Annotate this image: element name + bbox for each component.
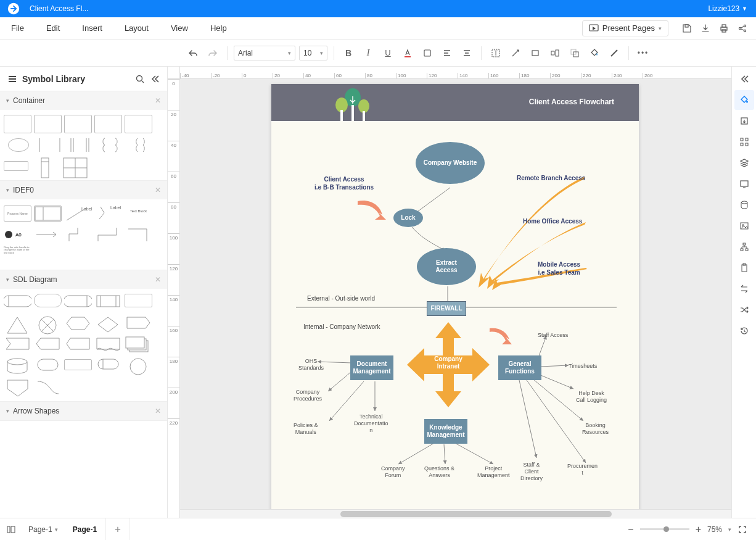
bold-button[interactable]: B xyxy=(340,45,356,61)
shape-item[interactable] xyxy=(36,136,64,154)
shape-item[interactable] xyxy=(125,336,152,354)
shuffle-icon[interactable] xyxy=(734,300,754,320)
share-icon[interactable] xyxy=(738,23,747,33)
section-header-arrow[interactable]: ▾Arrow Shapes✕ xyxy=(0,402,167,420)
close-icon[interactable]: ✕ xyxy=(155,186,161,194)
shape-item[interactable] xyxy=(8,138,29,152)
font-color-button[interactable] xyxy=(400,45,416,61)
horizontal-scrollbar[interactable] xyxy=(180,509,731,518)
group-button[interactable] xyxy=(567,45,583,61)
shape-item[interactable] xyxy=(66,136,94,154)
user-menu[interactable]: Lizzie123 ▼ xyxy=(699,4,756,13)
shape-item[interactable] xyxy=(126,136,154,154)
shape-item[interactable] xyxy=(4,161,28,171)
clipboard-icon[interactable] xyxy=(734,258,754,278)
shape-item[interactable] xyxy=(125,294,152,307)
outline-button[interactable] xyxy=(0,525,22,534)
shape-item[interactable] xyxy=(61,157,89,175)
shape-item[interactable] xyxy=(64,336,92,354)
connector-button[interactable] xyxy=(507,45,524,61)
italic-button[interactable]: I xyxy=(360,45,376,61)
line-button[interactable] xyxy=(606,45,622,61)
zoom-slider[interactable] xyxy=(640,528,689,530)
menu-insert[interactable]: Insert xyxy=(71,17,113,39)
database-icon[interactable] xyxy=(734,195,754,215)
print-icon[interactable] xyxy=(719,23,729,33)
close-icon[interactable]: ✕ xyxy=(155,275,161,284)
style-fill-icon[interactable] xyxy=(734,90,754,110)
shape-item[interactable] xyxy=(34,115,62,133)
export-icon[interactable] xyxy=(734,111,754,131)
font-family-dropdown[interactable]: Arial▾ xyxy=(234,46,295,60)
sitemap-icon[interactable] xyxy=(734,237,754,257)
shape-item[interactable] xyxy=(34,357,62,375)
section-header-sdl[interactable]: ▾SDL Diagram✕ xyxy=(0,270,167,289)
node-document-management[interactable]: Document Management xyxy=(350,355,393,380)
menu-help[interactable]: Help xyxy=(199,17,238,39)
shape-item[interactable]: Text Block xyxy=(125,204,152,223)
node-firewall[interactable]: FIREWALL xyxy=(427,301,466,316)
page-tab-1[interactable]: Page-1 xyxy=(64,518,106,541)
shape-item[interactable] xyxy=(64,315,92,333)
redo-button[interactable] xyxy=(205,45,221,61)
shape-item[interactable] xyxy=(34,225,62,244)
shape-item[interactable] xyxy=(34,336,62,354)
highlight-button[interactable] xyxy=(419,45,435,61)
zoom-out-button[interactable]: − xyxy=(628,524,633,535)
more-button[interactable]: ••• xyxy=(635,45,651,61)
fullscreen-icon[interactable] xyxy=(738,525,747,534)
shape-item[interactable] xyxy=(125,115,152,133)
save-icon[interactable] xyxy=(682,23,692,33)
node-knowledge-management[interactable]: Knowledge Management xyxy=(424,419,467,444)
shape-item[interactable] xyxy=(64,359,92,370)
font-size-dropdown[interactable]: 10▾ xyxy=(299,46,327,60)
section-header-container[interactable]: ▾Container✕ xyxy=(0,91,167,110)
shape-item[interactable] xyxy=(94,225,122,244)
close-icon[interactable]: ✕ xyxy=(155,407,161,415)
shape-item[interactable] xyxy=(94,336,122,354)
shape-item[interactable] xyxy=(34,206,62,222)
shape-item[interactable] xyxy=(4,336,31,354)
page-selector[interactable]: Page-1▾ xyxy=(22,525,64,534)
shape-item[interactable] xyxy=(31,157,59,175)
layers-icon[interactable] xyxy=(734,153,754,173)
shape-item[interactable]: Process Name xyxy=(4,206,31,222)
menu-view[interactable]: View xyxy=(160,17,199,39)
shape-item[interactable]: A0 xyxy=(4,225,31,244)
page-canvas[interactable]: Client Access Flowchart xyxy=(271,84,639,509)
shape-item[interactable] xyxy=(34,378,62,396)
add-page-button[interactable]: + xyxy=(106,518,130,541)
shape-item[interactable] xyxy=(94,357,122,375)
close-icon[interactable]: ✕ xyxy=(155,96,161,105)
shape-item[interactable] xyxy=(96,136,124,154)
shape-item[interactable]: Label xyxy=(94,204,122,223)
shape-item[interactable] xyxy=(125,315,152,333)
shape-item[interactable]: Drag the side handle to change the width… xyxy=(4,246,31,265)
shape-item[interactable] xyxy=(94,115,122,133)
node-extract-access[interactable]: Extract Access xyxy=(417,248,476,285)
node-general-functions[interactable]: General Functions xyxy=(498,355,541,380)
shape-button[interactable] xyxy=(527,45,543,61)
collapse-panel-icon[interactable] xyxy=(150,74,160,84)
shape-item[interactable] xyxy=(125,357,152,375)
section-header-idef0[interactable]: ▾IDEF0✕ xyxy=(0,181,167,199)
fill-button[interactable] xyxy=(586,45,602,61)
align-objects-button[interactable] xyxy=(547,45,563,61)
valign-button[interactable] xyxy=(459,45,475,61)
menu-file[interactable]: File xyxy=(0,17,35,39)
history-icon[interactable] xyxy=(734,321,754,341)
present-pages-button[interactable]: Present Pages ▾ xyxy=(582,20,668,36)
shape-item[interactable] xyxy=(94,315,122,333)
shape-item[interactable]: Label xyxy=(64,204,92,223)
shape-item[interactable] xyxy=(4,378,31,396)
undo-button[interactable] xyxy=(185,45,201,61)
align-button[interactable] xyxy=(439,45,455,61)
shape-item[interactable] xyxy=(64,115,92,133)
shape-item[interactable] xyxy=(64,294,92,312)
node-company-intranet[interactable]: Company Intranet xyxy=(428,355,469,370)
shape-item[interactable] xyxy=(94,294,122,312)
text-tool-button[interactable]: T xyxy=(488,45,504,61)
shape-item[interactable] xyxy=(125,225,152,244)
download-icon[interactable] xyxy=(701,23,710,33)
grid-icon[interactable] xyxy=(734,132,754,152)
